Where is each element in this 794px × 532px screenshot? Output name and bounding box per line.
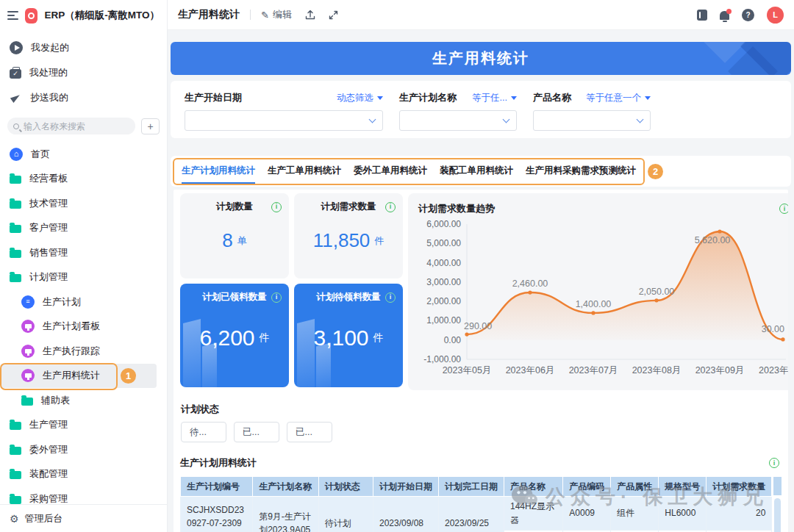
scrollbar-thumb[interactable]: [774, 498, 781, 532]
column-header[interactable]: 产品属性: [611, 477, 659, 497]
sidebar-item-生产执行跟踪[interactable]: 生产执行跟踪: [0, 339, 167, 364]
sidebar-toggle-icon[interactable]: [7, 11, 18, 20]
sidebar-item-采购管理[interactable]: 采购管理: [0, 486, 167, 504]
table-cell: 2023/09/25: [438, 497, 504, 532]
sidebar-item-销售管理[interactable]: 销售管理: [0, 240, 167, 265]
table-cell: A0009: [563, 497, 611, 531]
sidebar-item-label: 经营看板: [29, 172, 68, 185]
status-chip[interactable]: 已...: [287, 422, 332, 442]
help-icon[interactable]: ?: [742, 9, 754, 21]
table-cell: 第9月-生产计划2023.9A05: [253, 497, 319, 532]
table-cell: SCJHXSDD230927-07-230927-06: [181, 497, 253, 532]
sidebar-nav: ⌂首页经营看板技术管理客户管理销售管理计划管理≡生产计划生产计划看板生产执行跟踪…: [0, 142, 167, 504]
edit-label: 编辑: [273, 8, 292, 21]
tab-生产计划用料统计[interactable]: 生产计划用料统计: [182, 159, 255, 184]
column-header[interactable]: 产品编码: [563, 477, 611, 497]
svg-text:2,460.00: 2,460.00: [512, 278, 548, 289]
banner-title: 生产用料统计: [432, 48, 529, 68]
filter-operator-link[interactable]: 动态筛选: [337, 92, 383, 104]
info-icon[interactable]: i: [769, 458, 779, 468]
sidebar-item-辅助表[interactable]: 辅助表: [0, 388, 167, 413]
column-header[interactable]: 生产计划名称: [253, 477, 319, 497]
sidebar-item-委外管理[interactable]: 委外管理: [0, 437, 167, 462]
play-circle-icon: [10, 41, 23, 54]
plan-name-select[interactable]: [399, 110, 517, 131]
sidebar: ERP（精细版-离散MTO） 我发起的✓我处理的抄送我的 + ⌂首页经营看板技术…: [0, 0, 168, 532]
sidebar-quick-item[interactable]: 抄送我的: [0, 85, 167, 110]
notebook-icon[interactable]: [697, 10, 707, 21]
column-header[interactable]: 计划完工日期: [438, 477, 504, 497]
filter-start-date: 生产开始日期 动态筛选: [185, 91, 383, 138]
step-badge-1: 1: [121, 368, 136, 384]
info-icon[interactable]: i: [385, 292, 396, 303]
caret-down-icon: [511, 96, 517, 100]
column-header[interactable]: 产品名称: [504, 477, 562, 497]
sidebar-item-装配管理[interactable]: 装配管理: [0, 462, 167, 487]
sidebar-item-计划管理[interactable]: 计划管理: [0, 265, 167, 290]
stat-unit: 单: [237, 234, 247, 248]
svg-text:1,000.00: 1,000.00: [426, 315, 461, 326]
stat-title: 计划数量: [187, 201, 271, 213]
search-icon: [13, 123, 19, 129]
app-title: ERP（精细版-离散MTO）: [44, 9, 160, 22]
avatar[interactable]: L: [767, 7, 784, 24]
plan-table-block: 生产计划用料统计 i 生产计划编号生产计划名称计划状态计划开始日期计划完工日期产…: [180, 456, 782, 532]
tab-委外工单用料统计[interactable]: 委外工单用料统计: [354, 159, 427, 184]
column-header[interactable]: 计划开始日期: [373, 477, 438, 497]
search-box[interactable]: [7, 118, 135, 134]
sidebar-item-客户管理[interactable]: 客户管理: [0, 216, 167, 241]
column-header[interactable]: 计划状态: [318, 477, 373, 497]
sidebar-item-label: 生产管理: [29, 418, 68, 431]
app-logo-icon: [25, 8, 37, 24]
start-date-select[interactable]: [185, 110, 383, 131]
caret-down-icon: [377, 96, 383, 100]
svg-text:-1,000.00: -1,000.00: [423, 354, 461, 364]
status-chip[interactable]: 待...: [181, 422, 226, 442]
svg-text:2023年11月: 2023年11月: [759, 365, 788, 375]
column-header[interactable]: 规格型号: [659, 477, 707, 497]
bell-icon[interactable]: [720, 11, 729, 20]
column-header[interactable]: 计划需求数量: [707, 477, 772, 497]
sidebar-item-label: 客户管理: [29, 221, 68, 234]
sidebar-item-经营看板[interactable]: 经营看板: [0, 167, 167, 192]
info-icon[interactable]: i: [271, 202, 282, 212]
tab-生产工单用料统计[interactable]: 生产工单用料统计: [268, 159, 341, 184]
stat-unit: 件: [374, 234, 384, 248]
chevron-down-icon: [637, 115, 644, 123]
tab-生产用料采购需求预测统计[interactable]: 生产用料采购需求预测统计: [526, 159, 636, 184]
sidebar-quick-item[interactable]: ✓我处理的: [0, 60, 167, 85]
plan-material-table: 生产计划编号生产计划名称计划状态计划开始日期计划完工日期产品名称产品编码产品属性…: [180, 476, 772, 532]
sidebar-item-生产用料统计[interactable]: 生产用料统计1: [0, 364, 157, 389]
filter-operator-link[interactable]: 等于任意一个: [586, 92, 651, 104]
info-icon[interactable]: i: [271, 292, 282, 303]
column-header[interactable]: 生产计划编号: [181, 477, 253, 497]
sidebar-quick-item[interactable]: 我发起的: [0, 35, 167, 60]
sidebar-item-label: 生产执行跟踪: [43, 345, 100, 358]
sidebar-item-admin[interactable]: ⚙ 管理后台: [0, 504, 167, 532]
search-input[interactable]: [24, 121, 129, 132]
sidebar-item-生产计划[interactable]: ≡生产计划: [0, 290, 167, 314]
upload-icon[interactable]: [305, 10, 315, 20]
add-button[interactable]: +: [141, 118, 160, 134]
status-chip[interactable]: 已...: [234, 422, 279, 442]
product-name-select[interactable]: [533, 110, 651, 131]
svg-text:2023年07月: 2023年07月: [569, 365, 618, 375]
folder-icon: [21, 398, 33, 406]
sidebar-header: ERP（精细版-离散MTO）: [0, 0, 167, 31]
table-row[interactable]: SCJHXSDD230927-07-230927-06第9月-生产计划2023.…: [181, 497, 772, 531]
sidebar-item-首页[interactable]: ⌂首页: [0, 142, 167, 167]
sidebar-item-技术管理[interactable]: 技术管理: [0, 191, 167, 216]
dashboard-icon: [21, 369, 35, 382]
sidebar-item-生产计划看板[interactable]: 生产计划看板: [0, 314, 167, 339]
info-icon[interactable]: i: [385, 202, 396, 212]
edit-button[interactable]: ✎ 编辑: [261, 8, 292, 21]
filter-operator-link[interactable]: 等于任...: [472, 92, 517, 104]
gear-icon: ⚙: [10, 514, 19, 524]
tab-装配工单用料统计[interactable]: 装配工单用料统计: [440, 159, 513, 184]
table-scrollbar[interactable]: [773, 476, 782, 532]
expand-icon[interactable]: [329, 10, 338, 20]
folder-icon: [10, 225, 21, 233]
info-icon[interactable]: i: [779, 204, 788, 214]
sidebar-item-生产管理[interactable]: 生产管理: [0, 413, 167, 438]
stat-cards: 计划数量i8单计划需求数量i11,850件计划已领料数量i6,200件计划待领料…: [180, 193, 403, 390]
